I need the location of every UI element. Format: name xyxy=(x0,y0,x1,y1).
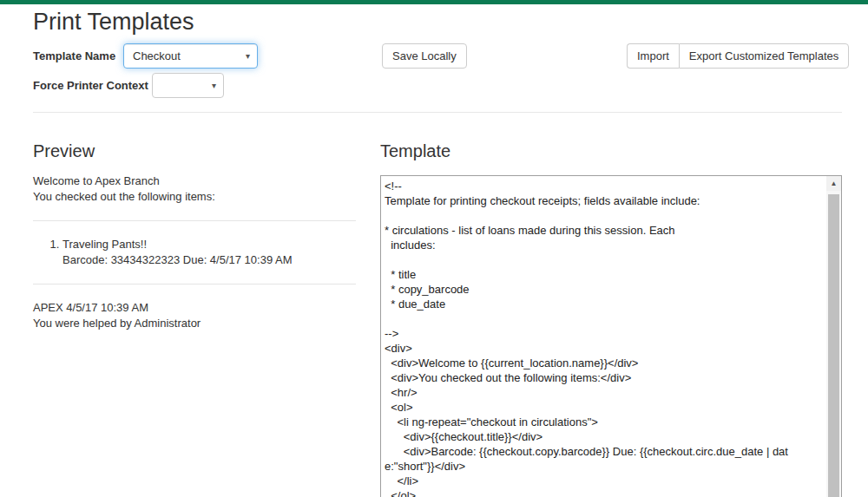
import-export-button-group: Import Export Customized Templates xyxy=(627,43,849,69)
template-editor-content: <!-- Template for printing checkout rece… xyxy=(382,177,793,497)
save-locally-button[interactable]: Save Locally xyxy=(382,43,467,69)
preview-heading: Preview xyxy=(33,141,95,161)
template-name-label: Template Name xyxy=(33,43,115,69)
receipt-preview: Welcome to Apex Branch You checked out t… xyxy=(33,173,356,331)
scrollbar-track[interactable]: ▲ xyxy=(826,176,841,497)
chevron-down-icon: ▾ xyxy=(212,74,216,97)
template-name-selected-value: Checkout xyxy=(133,49,181,62)
scrollbar-thumb[interactable] xyxy=(828,194,839,497)
item-details: Barcode: 33434322323 Due: 4/5/17 10:39 A… xyxy=(62,252,356,268)
import-button[interactable]: Import xyxy=(627,43,679,69)
receipt-divider xyxy=(33,284,356,284)
template-editor-textarea[interactable]: <!-- Template for printing checkout rece… xyxy=(380,175,842,497)
receipt-item-list: Traveling Pants!! Barcode: 33434322323 D… xyxy=(33,237,356,268)
scroll-up-icon[interactable]: ▲ xyxy=(826,176,841,191)
template-heading: Template xyxy=(380,141,450,161)
receipt-footer-helped-by: You were helped by Administrator xyxy=(33,316,356,331)
force-printer-context-label: Force Printer Context xyxy=(33,73,148,98)
top-green-bar xyxy=(0,0,868,4)
print-templates-page: Print Templates Template Name Checkout ▾… xyxy=(0,0,868,497)
export-templates-button[interactable]: Export Customized Templates xyxy=(679,43,849,69)
section-divider xyxy=(33,112,842,113)
receipt-divider xyxy=(33,220,356,221)
receipt-intro: You checked out the following items: xyxy=(33,189,356,205)
force-printer-context-select[interactable]: ▾ xyxy=(152,73,224,98)
list-item: Traveling Pants!! Barcode: 33434322323 D… xyxy=(62,237,356,268)
receipt-greeting: Welcome to Apex Branch xyxy=(33,173,356,189)
receipt-footer-location-time: APEX 4/5/17 10:39 AM xyxy=(33,300,356,316)
page-title: Print Templates xyxy=(33,9,194,36)
item-title: Traveling Pants!! xyxy=(62,237,356,252)
template-name-select[interactable]: Checkout ▾ xyxy=(123,43,258,69)
chevron-down-icon: ▾ xyxy=(246,44,250,68)
